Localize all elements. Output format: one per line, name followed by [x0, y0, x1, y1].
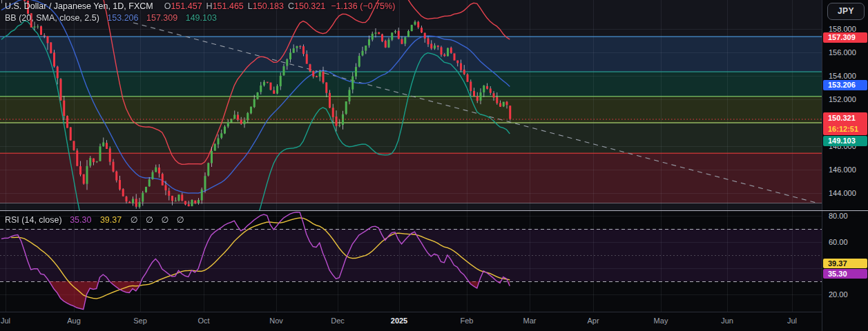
- pane-separator[interactable]: [0, 210, 868, 211]
- price-flag-label: 150.32116:12:51: [823, 112, 867, 135]
- axis-tick: 154.000: [829, 72, 856, 80]
- axis-tick: 20.00: [829, 290, 848, 299]
- time-axis-label: Feb: [461, 317, 474, 325]
- currency-button[interactable]: JPY: [827, 3, 865, 20]
- time-axis-label: Mar: [523, 317, 537, 325]
- ohlc-key: O: [164, 1, 171, 11]
- ohlc-value: 150.183: [253, 1, 284, 11]
- price-flag-label: 39.37: [823, 259, 867, 268]
- ohlc-key: C: [288, 1, 294, 11]
- symbol-legend-row: U.S. Dollar / Japanese Yen, 1D, FXCMO151…: [5, 1, 395, 11]
- time-axis-label: Dec: [331, 317, 345, 325]
- bb-legend-row: BB (20, SMA, close, 2.5) 153.206 157.309…: [5, 13, 217, 23]
- rsi-value: 35.30: [70, 215, 91, 225]
- time-axis-label: 2025: [391, 317, 407, 325]
- ohlc-value: 150.321: [294, 1, 325, 11]
- rsi-indicator-label[interactable]: RSI (14, close): [5, 215, 62, 225]
- axis-tick: 156.000: [829, 48, 856, 57]
- price-flag-label: 35.30: [823, 269, 867, 279]
- symbol-title[interactable]: U.S. Dollar / Japanese Yen, 1D, FXCM: [5, 1, 153, 11]
- price-flag-label: 157.309: [823, 32, 867, 43]
- bb-lower-value: 149.103: [186, 13, 217, 23]
- time-axis-label: Jul: [1, 317, 10, 325]
- ohlc-value: 151.457: [171, 1, 202, 11]
- time-axis-label: Jul: [787, 317, 797, 325]
- rsi-ma-value: 39.37: [100, 215, 122, 225]
- time-axis[interactable]: JulAugSepOctNovDec2025FebMarAprMayJunJul: [0, 312, 868, 331]
- axis-tick: 152.000: [829, 95, 856, 103]
- countdown-timer: 16:12:51: [828, 123, 867, 134]
- chart-canvas[interactable]: [0, 0, 822, 312]
- time-axis-label: Nov: [269, 317, 283, 325]
- axis-tick: 146.000: [829, 166, 856, 174]
- price-flag-label: 149.103: [823, 136, 867, 146]
- rsi-legend-row: RSI (14, close) 35.30 39.37 ∅ ∅ ∅ ∅: [5, 214, 187, 225]
- time-axis-label: Apr: [587, 317, 599, 325]
- ohlc-values: O151.457H151.465L150.183C150.321: [160, 1, 326, 11]
- bb-indicator-label[interactable]: BB (20, SMA, close, 2.5): [5, 13, 99, 23]
- bb-basis-value: 153.206: [107, 13, 138, 23]
- time-axis-label: Aug: [67, 317, 81, 325]
- time-axis-label: Sep: [133, 317, 147, 325]
- price-axis[interactable]: JPY 158.000156.000154.000152.000148.0001…: [822, 0, 868, 331]
- time-axis-label: Jun: [721, 317, 733, 325]
- axis-tick: 60.00: [829, 238, 848, 246]
- ohlc-key: H: [206, 1, 213, 11]
- time-axis-label: May: [654, 317, 668, 325]
- tradingview-chart-window: U.S. Dollar / Japanese Yen, 1D, FXCMO151…: [0, 0, 868, 331]
- ohlc-value: 151.465: [213, 1, 244, 11]
- ohlc-key: L: [248, 1, 253, 11]
- bb-upper-value: 157.309: [146, 13, 177, 23]
- axis-tick: 80.00: [829, 212, 848, 220]
- axis-tick: 144.000: [829, 189, 856, 197]
- rsi-empty-values: ∅ ∅ ∅ ∅: [131, 215, 187, 225]
- price-change: −1.136 (−0.75%): [331, 1, 395, 11]
- time-axis-label: Oct: [197, 317, 209, 325]
- price-flag-label: 153.206: [823, 80, 867, 90]
